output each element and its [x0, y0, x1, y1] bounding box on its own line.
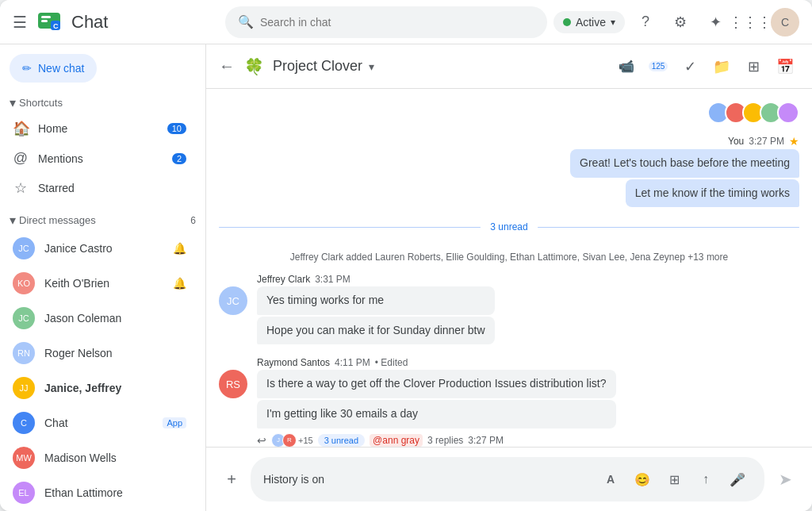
mentions-icon: @ [13, 150, 29, 167]
unread-line-right [538, 227, 799, 228]
input-placeholder: History is on [263, 473, 324, 486]
system-message: Jeffrey Clark added Lauren Roberts, Elli… [219, 252, 799, 263]
madison-avatar: MW [13, 447, 35, 469]
chat-header: ← 🍀 Project Clover ▾ 📹 125 ✓ 📁 ⊞ 📅 [206, 44, 812, 89]
sidebar-item-mentions[interactable]: @ Mentions 2 [0, 144, 199, 173]
ann-tag: @ann gray [370, 434, 423, 447]
dm-section[interactable]: ▾ Direct messages 6 [0, 209, 205, 231]
settings-button[interactable]: ⚙ [666, 8, 695, 36]
dm-madison[interactable]: MW Madison Wells [0, 440, 199, 475]
folder-button[interactable]: 📁 [707, 52, 736, 81]
jeffrey-avatar-1: JC [219, 286, 247, 315]
sidebar-item-starred[interactable]: ☆ Starred [0, 173, 199, 203]
home-badge: 10 [167, 123, 186, 134]
task-button[interactable]: ✓ [676, 52, 704, 81]
jeffrey-time-1: 3:31 PM [315, 274, 350, 285]
avatar-initials: C [781, 16, 789, 29]
you-bubble-2: Let me know if the timing works [626, 179, 799, 208]
jeffrey1-meta: Jeffrey Clark 3:31 PM [257, 274, 495, 285]
calendar-button[interactable]: 📅 [771, 52, 799, 81]
status-dot [563, 18, 571, 26]
dm-janice-jeffrey[interactable]: JJ Janice, Jeffrey [0, 371, 199, 405]
raymond-meta: Raymond Santos 4:11 PM • Edited [257, 357, 616, 368]
reply-icon: ↩ [257, 434, 266, 447]
reactions-button[interactable]: 125 [644, 52, 672, 81]
mentions-label: Mentions [38, 152, 163, 165]
home-label: Home [38, 122, 158, 135]
raymond-content: Raymond Santos 4:11 PM • Edited Is there… [257, 357, 616, 447]
home-icon: 🏠 [13, 120, 29, 137]
dm-ethan[interactable]: EL Ethan Lattimore [0, 475, 199, 510]
new-chat-button[interactable]: ✏ New chat [10, 54, 97, 83]
user-avatar[interactable]: C [771, 8, 799, 36]
format-text-button[interactable]: A [596, 465, 625, 494]
sidebar-item-home[interactable]: 🏠 Home 10 [0, 113, 199, 144]
raymond-sender: Raymond Santos [257, 357, 330, 368]
janice-label: Janice Castro [44, 242, 163, 255]
chat-messages: You 3:27 PM ★ Great! Let's touch base be… [206, 89, 812, 447]
starred-label: Starred [38, 182, 186, 194]
message-row-raymond: RS Raymond Santos 4:11 PM • Edited Is th… [219, 355, 799, 447]
new-chat-label: New chat [38, 62, 84, 75]
back-button[interactable]: ← [219, 57, 235, 75]
send-button[interactable]: ➤ [771, 465, 799, 494]
status-label: Active [576, 16, 606, 29]
you-label: You [728, 136, 744, 147]
app-badge: App [163, 417, 186, 428]
dm-jason[interactable]: JC Jason Coleman [0, 301, 199, 336]
app-title: Chat [71, 12, 108, 33]
jason-label: Jason Coleman [44, 312, 186, 325]
star-icon: ★ [789, 135, 799, 148]
dm-janice[interactable]: JC Janice Castro 🔔 [0, 231, 199, 266]
add-content-button[interactable]: ⊞ [660, 465, 688, 494]
chat-title-dropdown-icon[interactable]: ▾ [369, 60, 374, 73]
chat-area: ← 🍀 Project Clover ▾ 📹 125 ✓ 📁 ⊞ 📅 [206, 44, 812, 511]
dm-roger[interactable]: RN Roger Nelson [0, 336, 199, 371]
mic-button[interactable]: 🎤 [723, 465, 752, 494]
menu-icon[interactable]: ☰ [13, 13, 27, 32]
keith-label: Keith O'Brien [44, 277, 163, 290]
video-button[interactable]: 📹 [612, 52, 641, 81]
replies-count: 3 replies [427, 435, 463, 446]
raymond-avatar: RS [219, 370, 247, 398]
svg-rect-2 [41, 20, 48, 22]
dm-chat-app[interactable]: C Chat App [0, 405, 199, 440]
layout-button[interactable]: ⊞ [739, 52, 768, 81]
dm-chevron-icon: ▾ [10, 213, 16, 228]
sidebar: ✏ New chat ▾ Shortcuts 🏠 Home 10 @ Menti… [0, 44, 206, 511]
shortcuts-chevron-icon: ▾ [10, 95, 16, 110]
help-button[interactable]: ? [631, 8, 660, 36]
add-button[interactable]: + [219, 467, 244, 492]
jeffrey-bubble-1: Yes timing works for me [257, 286, 495, 315]
shortcuts-section[interactable]: ▾ Shortcuts [0, 92, 205, 113]
chat-app-avatar: C [13, 412, 35, 434]
raymond-bubble-1: Is there a way to get off the Clover Pro… [257, 370, 616, 398]
chat-space-icon: 🍀 [241, 54, 266, 79]
search-input[interactable] [260, 16, 534, 29]
roger-label: Roger Nelson [44, 347, 186, 359]
roger-avatar: RN [13, 342, 35, 364]
jeffrey-bubble-2: Hope you can make it for Sunday dinner b… [257, 317, 495, 345]
search-icon: 🔍 [238, 14, 254, 29]
upload-button[interactable]: ↑ [691, 465, 720, 494]
message-row-jeffrey1: JC Jeffrey Clark 3:31 PM Yes timing work… [219, 272, 799, 346]
emoji-button[interactable]: 😊 [628, 465, 657, 494]
thread-badge[interactable]: 3 unread [318, 434, 365, 447]
janice-jeffrey-label: Janice, Jeffrey [44, 382, 186, 394]
status-button[interactable]: Active ▾ [553, 11, 625, 33]
ethan-label: Ethan Lattimore [44, 486, 186, 499]
jeffrey1-content: Jeffrey Clark 3:31 PM Yes timing works f… [257, 274, 495, 344]
apps-button[interactable]: ⋮⋮⋮ [736, 8, 764, 36]
dm-keith[interactable]: KO Keith O'Brien 🔔 [0, 266, 199, 301]
new-chat-icon: ✏ [22, 62, 32, 75]
input-box[interactable]: History is on A 😊 ⊞ ↑ 🎤 [251, 457, 764, 501]
app-logo: C [36, 10, 62, 35]
dm-label: Direct messages [19, 214, 96, 226]
status-chevron-icon: ▾ [611, 17, 615, 28]
message-row-you1: You 3:27 PM ★ Great! Let's touch base be… [219, 133, 799, 209]
keith-bell-icon: 🔔 [173, 277, 186, 290]
sparkle-button[interactable]: ✦ [701, 8, 730, 36]
search-bar[interactable]: 🔍 [225, 6, 547, 38]
madison-label: Madison Wells [44, 451, 186, 464]
plus-count: +15 [298, 436, 313, 445]
